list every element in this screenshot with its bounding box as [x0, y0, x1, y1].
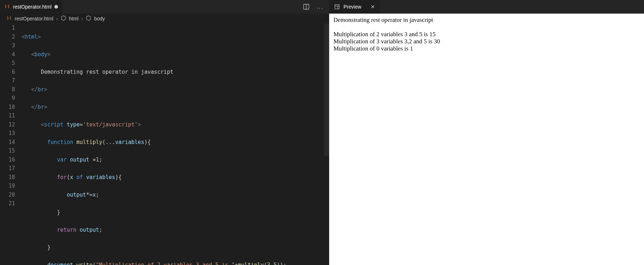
preview-line	[333, 24, 640, 31]
modified-dot-icon	[54, 5, 58, 9]
file-html-icon	[6, 15, 12, 22]
chevron-right-icon: ›	[56, 16, 58, 21]
breadcrumb-file[interactable]: restOperator.html	[15, 16, 53, 21]
svg-rect-2	[335, 5, 339, 9]
symbol-icon	[61, 15, 66, 22]
breadcrumb-seg-body[interactable]: body	[94, 16, 105, 21]
editor-tab-actions: ...	[303, 0, 329, 14]
code-area[interactable]: <html> <body> Demonstrating rest operato…	[21, 24, 329, 265]
preview-line: Multiplication of 2 variables 3 and 5 is…	[333, 31, 640, 38]
preview-tab[interactable]: Preview ✕	[329, 0, 380, 14]
close-icon[interactable]: ✕	[371, 4, 375, 10]
more-actions-icon[interactable]: ...	[317, 4, 323, 10]
preview-line: Multiplication of 0 variables is 1	[333, 45, 640, 52]
editor-scrollbar[interactable]	[324, 24, 329, 156]
preview-line: Demonstrating rest operator in javascrip…	[333, 16, 640, 24]
preview-icon	[334, 4, 340, 10]
breadcrumb[interactable]: restOperator.html › html › body	[0, 14, 329, 24]
editor-tab-restoperator[interactable]: restOperator.html	[0, 0, 63, 14]
breadcrumb-seg-html[interactable]: html	[69, 16, 78, 21]
line-number-gutter: 1 2 3 4 5 6 7 8 9 10 11 12 13 14 15 16 1…	[0, 24, 21, 265]
tab-filename: restOperator.html	[13, 4, 52, 10]
preview-line: Multiplication of 3 variables 3,2 and 5 …	[333, 38, 640, 45]
symbol-icon	[86, 15, 91, 22]
code-editor[interactable]: 1 2 3 4 5 6 7 8 9 10 11 12 13 14 15 16 1…	[0, 24, 329, 265]
preview-pane: Preview ✕ Demonstrating rest operator in…	[329, 0, 644, 265]
preview-body: Demonstrating rest operator in javascrip…	[329, 14, 644, 265]
editor-tabbar: restOperator.html ...	[0, 0, 329, 14]
preview-tabbar: Preview ✕	[329, 0, 644, 14]
chevron-right-icon: ›	[81, 16, 83, 21]
file-html-icon	[4, 4, 10, 10]
split-editor-icon[interactable]	[303, 4, 309, 10]
editor-pane: restOperator.html ... restOperator.html …	[0, 0, 329, 265]
preview-tab-label: Preview	[343, 4, 361, 10]
